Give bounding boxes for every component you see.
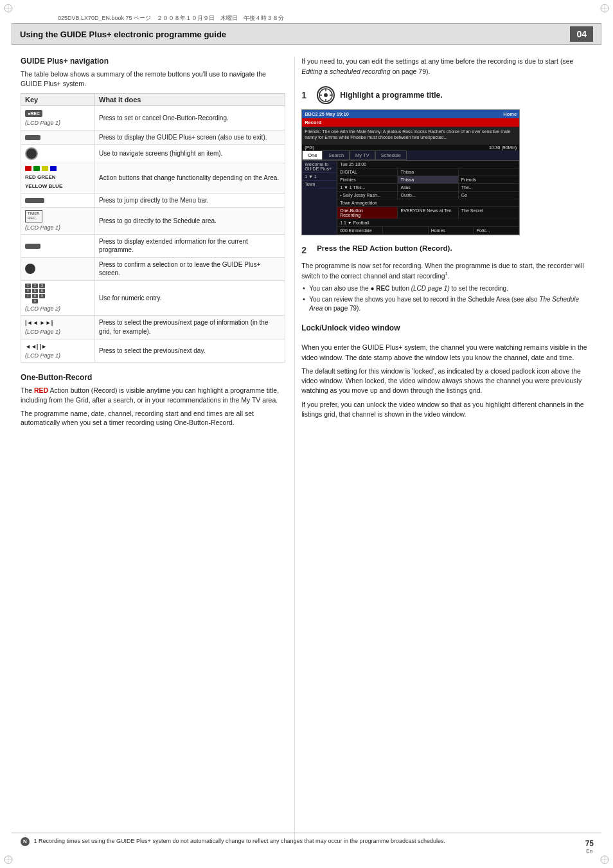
lock-section: Lock/Unlock video window When you enter … [301, 323, 592, 419]
guide-grid-cell-1-0: Fimbies [337, 176, 398, 183]
table-row: Press to confirm a selection or to leave… [21, 257, 285, 280]
lock-text3: If you prefer, you can unlock the video … [301, 400, 592, 419]
content-area: GUIDE Plus+ navigation The table below s… [12, 45, 601, 856]
num-7: 7 [25, 294, 31, 298]
numeric-button-icon: 1 2 3 4 5 6 7 8 9 0 [25, 284, 46, 303]
guide-grid-cell-7-0: 000 Emmerdale [337, 227, 383, 234]
table-header-key: Key [21, 94, 95, 106]
table-row: RED GREENYELLOW BLUE Action buttons that… [21, 163, 285, 194]
desc-cell-numeric: Use for numeric entry. [95, 280, 285, 315]
guide-sidebar-town: Town [302, 181, 337, 188]
numeric-lcd-note: (LCD Page 2) [25, 305, 91, 312]
guide-grid-cell-1-1: Thissa [398, 176, 458, 183]
svg-point-13 [324, 93, 328, 97]
obr-text1: The RED Action button (Record) is visibl… [21, 386, 285, 404]
skip-lcd-note: (LCD Page 1) [25, 328, 91, 336]
desc-cell-menu: Press to jump directly to the Menu bar. [95, 193, 285, 208]
timer-lcd-note: (LCD Page 1) [25, 224, 91, 231]
guide-grid: Tue 25 10:00 DIGITAL Thissa Fimbies This… [337, 161, 519, 235]
guide-grid-row-header: Tue 25 10:00 [337, 161, 519, 168]
red-label: RED [34, 386, 48, 394]
key-cell-color: RED GREENYELLOW BLUE [21, 163, 95, 194]
right-column: If you need to, you can edit the setting… [295, 45, 601, 856]
menu-button-icon [25, 198, 44, 203]
guide-grid-cell-0-1: Thissa [398, 168, 458, 176]
table-row: 1 2 3 4 5 6 7 8 9 0 [21, 280, 285, 315]
table-row: Press to display extended information fo… [21, 234, 285, 257]
yellow-button-icon [42, 166, 48, 171]
guide-tab-one[interactable]: One [302, 150, 323, 160]
step1-number: 1 [301, 90, 312, 100]
num-5: 5 [32, 289, 38, 293]
table-row: ●REC (LCD Page 1) Press to set or cancel… [21, 106, 285, 130]
corner-mark-tl [3, 3, 14, 14]
rec-bullet-label: ● REC [370, 285, 389, 292]
info-button-icon [25, 244, 40, 249]
key-cell-guide [21, 130, 95, 145]
table-row: TIMERREC. (LCD Page 1) Press to go direc… [21, 208, 285, 235]
step2-text: The programme is now set for recording. … [301, 261, 592, 281]
num-9: 9 [39, 294, 45, 298]
header-title-bar: Using the GUIDE Plus+ electronic program… [12, 23, 601, 45]
key-cell-numeric: 1 2 3 4 5 6 7 8 9 0 [21, 280, 95, 315]
desc-cell-guide: Press to display the GUIDE Plus+ screen … [95, 130, 285, 145]
left-column: GUIDE Plus+ navigation The table below s… [12, 45, 294, 856]
guide-tab-schedule[interactable]: Schedule [375, 150, 407, 160]
key-cell-skip: |◄◄ ►►| (LCD Page 1) [21, 315, 95, 339]
page-number: 75 [585, 839, 594, 848]
guide-tab-search[interactable]: Search [323, 150, 350, 160]
guide-grid-row-3: ▪ Sally Jessy Rash... Outrb... Go [337, 192, 519, 199]
guide-grid-cell-6-0: 1 1 ▼ Football [337, 219, 519, 226]
num-0: 0 [32, 299, 38, 303]
num-2: 2 [32, 284, 38, 288]
guide-sidebar: Welcome-toGUIDE Plus+ 1 ▼ 1 Town [302, 161, 337, 235]
desc-cell-confirm: Press to confirm a selection or to leave… [95, 257, 285, 280]
lock-text2: The default setting for this window is '… [301, 366, 592, 396]
guide-grid-row-2: 1 ▼ 1 This... Alias The... [337, 184, 519, 192]
key-cell-menu [21, 193, 95, 208]
guide-grid-row-4: Town Armageddon [337, 199, 519, 207]
guide-grid-cell-7-2: Homes [429, 227, 474, 234]
guide-pg-rating: (PG) [305, 145, 314, 150]
guide-grid-cell-4-0: Town Armageddon [337, 199, 519, 206]
guide-grid-cell-1-2: Friends [459, 176, 519, 183]
skip2-lcd-note: (LCD Page 1) [25, 352, 91, 359]
skip-button-label: |◄◄ ►►| [25, 320, 53, 326]
guide-grid-cell-2-2: The... [459, 184, 519, 191]
table-row: Press to jump directly to the Menu bar. [21, 193, 285, 208]
step2-number: 2 [301, 245, 312, 255]
guide-sidebar-ch1: 1 ▼ 1 [302, 173, 337, 181]
guide-show-time: 10:30 (90Min) [489, 145, 517, 150]
num-3: 3 [39, 284, 45, 288]
guide-grid-cell-7-1 [383, 227, 429, 234]
lock-text1: When you enter the GUIDE Plus+ system, t… [301, 343, 592, 362]
nav-button-icon [25, 147, 38, 160]
key-cell-rec: ●REC (LCD Page 1) [21, 106, 95, 130]
guide-grid-row-1: Fimbies Thissa Friends [337, 176, 519, 184]
corner-mark-tr [599, 3, 610, 14]
guide-grid-cell-5-2: The Secret [459, 207, 519, 219]
num-4: 4 [25, 289, 31, 293]
desc-cell-color: Action buttons that change functionality… [95, 163, 285, 194]
key-cell-confirm [21, 257, 95, 280]
step2-heading: Press the RED Action button (Record). [317, 244, 452, 252]
guide-grid-cell-2-0: 1 ▼ 1 This... [337, 184, 398, 191]
red-button-icon [25, 166, 31, 171]
table-row: Use to navigate screens (highlight an it… [21, 145, 285, 163]
bullet-item-1: You can also use the ● REC button (LCD p… [301, 284, 592, 293]
rec-lcd-note: (LCD Page 1) [25, 119, 91, 127]
page-number-sub: En [585, 848, 594, 854]
guide-header-right: Home [503, 111, 517, 117]
rec-button-icon: ●REC [25, 110, 42, 117]
desc-cell-info: Press to display extended information fo… [95, 234, 285, 257]
lock-heading: Lock/Unlock video window [301, 323, 592, 332]
key-cell-nav [21, 145, 95, 163]
step2-section: 2 Press the RED Action button (Record). … [301, 244, 592, 314]
color-label: RED GREENYELLOW BLUE [25, 174, 62, 189]
guide-grid-cell-2-1: Alias [398, 184, 458, 191]
guide-tab-mytv[interactable]: My TV [350, 150, 375, 160]
bullet-list: You can also use the ● REC button (LCD p… [301, 284, 592, 313]
note-footnote-text: Recording times set using the GUIDE Plus… [39, 838, 445, 844]
desc-cell-skip2: Press to select the previous/next day. [95, 339, 285, 363]
guide-record-bar: Record [302, 118, 519, 127]
